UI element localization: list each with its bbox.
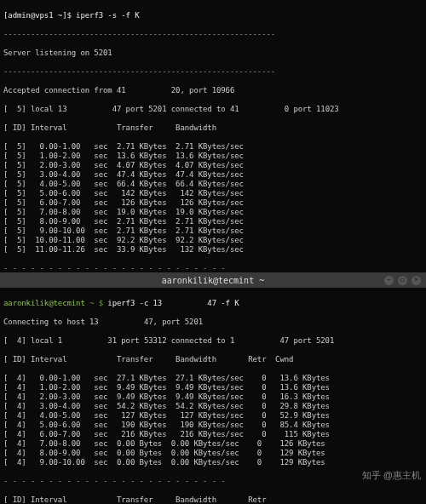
divider: ----------------------------------------…: [3, 30, 423, 39]
divider: ----------------------------------------…: [3, 67, 423, 77]
table-row: [ 4] 9.00-10.00 sec 0.00 Bytes 0.00 KByt…: [3, 458, 423, 467]
window-titlebar[interactable]: aaronkilik@tecmint ~ − ◻ ×: [0, 272, 426, 288]
close-icon[interactable]: ×: [412, 276, 421, 285]
header-row: [ ID] Interval Transfer Bandwidth Retr C…: [3, 355, 423, 364]
header-row: [ ID] Interval Transfer Bandwidth Retr: [3, 495, 423, 504]
table-row: [ 5] 3.00-4.00 sec 47.4 KBytes 47.4 KByt…: [3, 170, 423, 180]
table-row: [ 4] 3.00-4.00 sec 54.2 KBytes 54.2 KByt…: [3, 402, 423, 411]
table-row: [ 5] 0.00-1.00 sec 2.71 KBytes 2.71 KByt…: [3, 142, 423, 152]
client-prompt-line: aaronkilik@tecmint ~ $ iperf3 -c 13x.xxx…: [3, 299, 423, 308]
table-row: [ 5] 6.00-7.00 sec 126 KBytes 126 KBytes…: [3, 198, 423, 208]
server-command: iperf3 -s -f K: [76, 11, 139, 20]
divider-short: - - - - - - - - - - - - - - - - - - - - …: [3, 477, 423, 486]
table-row: [ 4] 4.00-5.00 sec 127 KBytes 127 KBytes…: [3, 411, 423, 421]
local-line: [ 5] local 13x.xxx.xxx.47 port 5201 conn…: [3, 105, 423, 114]
table-row: [ 5] 2.00-3.00 sec 4.07 KBytes 4.07 KByt…: [3, 161, 423, 170]
header-row: [ ID] Interval Transfer Bandwidth: [3, 123, 423, 133]
local-line: [ 4] local 1xx.xxx.xx.31 port 53312 conn…: [3, 336, 423, 346]
table-row: [ 5] 9.00-10.00 sec 2.71 KBytes 2.71 KBy…: [3, 226, 423, 236]
table-row: [ 4] 0.00-1.00 sec 27.1 KBytes 27.1 KByt…: [3, 374, 423, 383]
table-row: [ 4] 8.00-9.00 sec 0.00 Bytes 0.00 KByte…: [3, 449, 423, 458]
server-prompt: [admin@vps1 ~]$: [3, 11, 76, 20]
divider-short: - - - - - - - - - - - - - - - - - - - - …: [3, 264, 423, 272]
table-row: [ 4] 6.00-7.00 sec 216 KBytes 216 KBytes…: [3, 430, 423, 439]
maximize-icon[interactable]: ◻: [398, 276, 407, 285]
listening-line: Server listening on 5201: [3, 49, 423, 58]
table-row: [ 5] 4.00-5.00 sec 66.4 KBytes 66.4 KByt…: [3, 180, 423, 189]
connecting-line: Connecting to host 13x.xxx.xxx.47, port …: [3, 318, 423, 327]
minimize-icon[interactable]: −: [384, 276, 394, 285]
table-row: [ 4] 5.00-6.00 sec 190 KBytes 190 KBytes…: [3, 421, 423, 430]
client-terminal[interactable]: aaronkilik@tecmint ~ $ iperf3 -c 13x.xxx…: [0, 288, 426, 504]
window-title: aaronkilik@tecmint ~: [0, 276, 426, 285]
table-row: [ 4] 2.00-3.00 sec 9.49 KBytes 9.49 KByt…: [3, 392, 423, 402]
server-terminal[interactable]: [admin@vps1 ~]$ iperf3 -s -f K ---------…: [0, 0, 426, 272]
table-row: [ 5] 10.00-11.00 sec 92.2 KBytes 92.2 KB…: [3, 236, 423, 245]
table-row: [ 5] 5.00-6.00 sec 142 KBytes 142 KBytes…: [3, 189, 423, 198]
table-row: [ 4] 1.00-2.00 sec 9.49 KBytes 9.49 KByt…: [3, 383, 423, 392]
table-row: [ 5] 1.00-2.00 sec 13.6 KBytes 13.6 KByt…: [3, 152, 423, 161]
accepted-line: Accepted connection from 41.xxx.xxx.x20,…: [3, 86, 423, 95]
table-row: [ 5] 7.00-8.00 sec 19.0 KBytes 19.0 KByt…: [3, 208, 423, 217]
table-row: [ 4] 7.00-8.00 sec 0.00 Bytes 0.00 KByte…: [3, 439, 423, 449]
table-row: [ 5] 8.00-9.00 sec 2.71 KBytes 2.71 KByt…: [3, 217, 423, 226]
table-row: [ 5] 11.00-11.26 sec 33.9 KBytes 132 KBy…: [3, 245, 423, 255]
